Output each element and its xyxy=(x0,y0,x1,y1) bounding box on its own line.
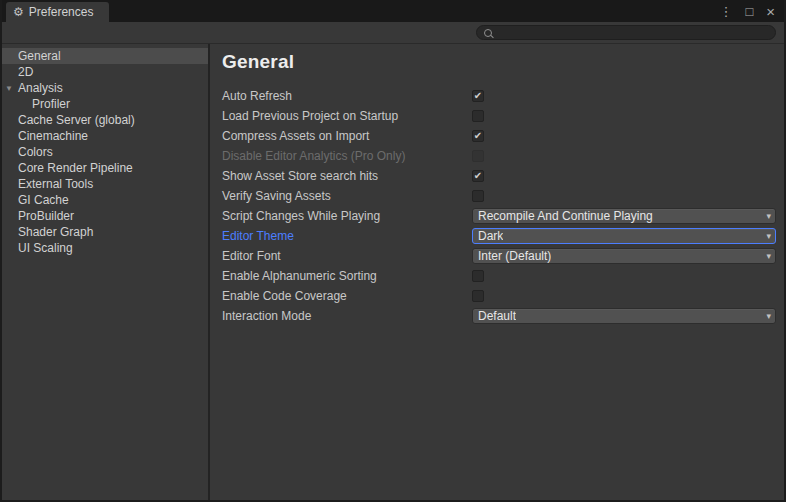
setting-row-verify-saving-assets: Verify Saving Assets xyxy=(222,186,776,206)
setting-control xyxy=(472,190,776,202)
setting-label: Verify Saving Assets xyxy=(222,189,472,203)
chevron-down-icon: ▾ xyxy=(766,232,771,241)
setting-control xyxy=(472,270,776,282)
sidebar-item-shader-graph[interactable]: Shader Graph xyxy=(2,224,208,240)
chevron-down-icon: ▾ xyxy=(766,252,771,261)
checkmark-icon: ✔ xyxy=(474,171,482,181)
sidebar-item-analysis[interactable]: ▼Analysis xyxy=(2,80,208,96)
setting-control xyxy=(472,150,776,162)
setting-label: Auto Refresh xyxy=(222,89,472,103)
setting-label: Show Asset Store search hits xyxy=(222,169,472,183)
setting-row-enable-code-coverage: Enable Code Coverage xyxy=(222,286,776,306)
dropdown-value: Default xyxy=(478,309,516,323)
checkbox-verify-saving-assets[interactable] xyxy=(472,190,484,202)
setting-label: Enable Alphanumeric Sorting xyxy=(222,269,472,283)
checkmark-icon: ✔ xyxy=(474,91,482,101)
sidebar-item-label: External Tools xyxy=(18,177,93,191)
sidebar-item-label: 2D xyxy=(18,65,33,79)
sidebar-item-label: Colors xyxy=(18,145,53,159)
sidebar-item-probuilder[interactable]: ProBuilder xyxy=(2,208,208,224)
checkbox-auto-refresh[interactable]: ✔ xyxy=(472,90,484,102)
chevron-down-icon: ▾ xyxy=(766,212,771,221)
setting-label: Enable Code Coverage xyxy=(222,289,472,303)
dropdown-interaction-mode[interactable]: Default▾ xyxy=(472,308,776,324)
sidebar-item-2d[interactable]: 2D xyxy=(2,64,208,80)
sidebar-item-label: Cache Server (global) xyxy=(18,113,135,127)
search-icon xyxy=(484,28,494,38)
setting-label: Editor Font xyxy=(222,249,472,263)
setting-label: Script Changes While Playing xyxy=(222,209,472,223)
gear-icon: ⚙ xyxy=(13,6,24,18)
sidebar-item-label: Core Render Pipeline xyxy=(18,161,133,175)
dropdown-editor-font[interactable]: Inter (Default)▾ xyxy=(472,248,776,264)
titlebar: ⚙ Preferences ⋮ □ × xyxy=(2,0,784,22)
sidebar-item-cinemachine[interactable]: Cinemachine xyxy=(2,128,208,144)
sidebar-item-ui-scaling[interactable]: UI Scaling xyxy=(2,240,208,256)
checkbox-show-asset-store-search-hits[interactable]: ✔ xyxy=(472,170,484,182)
checkbox-enable-code-coverage[interactable] xyxy=(472,290,484,302)
sidebar-item-label: Shader Graph xyxy=(18,225,93,239)
checkbox-enable-alphanumeric-sorting[interactable] xyxy=(472,270,484,282)
settings-list: Auto Refresh✔Load Previous Project on St… xyxy=(222,86,776,326)
setting-row-editor-theme: Editor ThemeDark▾ xyxy=(222,226,776,246)
dropdown-editor-theme[interactable]: Dark▾ xyxy=(472,228,776,244)
setting-control xyxy=(472,110,776,122)
sidebar-item-label: General xyxy=(18,49,61,63)
dropdown-value: Dark xyxy=(478,229,503,243)
sidebar-item-label: UI Scaling xyxy=(18,241,73,255)
setting-row-auto-refresh: Auto Refresh✔ xyxy=(222,86,776,106)
menu-icon[interactable]: ⋮ xyxy=(719,5,732,18)
setting-control xyxy=(472,290,776,302)
setting-label: Load Previous Project on Startup xyxy=(222,109,472,123)
window-title: Preferences xyxy=(29,5,94,19)
sidebar-item-cache-server-global[interactable]: Cache Server (global) xyxy=(2,112,208,128)
setting-control: Default▾ xyxy=(472,308,776,324)
setting-row-script-changes-while-playing: Script Changes While PlayingRecompile An… xyxy=(222,206,776,226)
sidebar-item-colors[interactable]: Colors xyxy=(2,144,208,160)
dropdown-script-changes-while-playing[interactable]: Recompile And Continue Playing▾ xyxy=(472,208,776,224)
setting-row-show-asset-store-search-hits: Show Asset Store search hits✔ xyxy=(222,166,776,186)
window-tab-preferences[interactable]: ⚙ Preferences xyxy=(6,2,109,22)
setting-control: Inter (Default)▾ xyxy=(472,248,776,264)
close-icon[interactable]: × xyxy=(766,4,775,19)
sidebar-item-profiler[interactable]: Profiler xyxy=(2,96,208,112)
checkbox-compress-assets-on-import[interactable]: ✔ xyxy=(472,130,484,142)
setting-row-interaction-mode: Interaction ModeDefault▾ xyxy=(222,306,776,326)
foldout-triangle-icon[interactable]: ▼ xyxy=(5,81,13,97)
setting-label: Interaction Mode xyxy=(222,309,472,323)
preferences-window: ⚙ Preferences ⋮ □ × General2D▼AnalysisPr… xyxy=(0,0,786,502)
setting-row-editor-font: Editor FontInter (Default)▾ xyxy=(222,246,776,266)
sidebar-item-label: Profiler xyxy=(32,97,70,111)
checkbox-load-previous-project-on-startup[interactable] xyxy=(472,110,484,122)
titlebar-controls: ⋮ □ × xyxy=(719,4,784,19)
sidebar-item-label: Cinemachine xyxy=(18,129,88,143)
content-area: General2D▼AnalysisProfilerCache Server (… xyxy=(2,44,784,500)
setting-label: Editor Theme xyxy=(222,229,472,243)
setting-label: Disable Editor Analytics (Pro Only) xyxy=(222,149,472,163)
sidebar-item-label: Analysis xyxy=(18,81,63,95)
toolbar xyxy=(2,22,784,44)
setting-label: Compress Assets on Import xyxy=(222,129,472,143)
sidebar-item-external-tools[interactable]: External Tools xyxy=(2,176,208,192)
search-input[interactable] xyxy=(499,27,768,39)
page-title: General xyxy=(222,51,776,73)
setting-row-enable-alphanumeric-sorting: Enable Alphanumeric Sorting xyxy=(222,266,776,286)
setting-row-load-previous-project-on-startup: Load Previous Project on Startup xyxy=(222,106,776,126)
setting-control: ✔ xyxy=(472,130,776,142)
setting-control: Dark▾ xyxy=(472,228,776,244)
checkmark-icon: ✔ xyxy=(474,131,482,141)
sidebar-item-general[interactable]: General xyxy=(2,48,208,64)
main-panel: General Auto Refresh✔Load Previous Proje… xyxy=(210,44,784,500)
setting-row-disable-editor-analytics-pro-only: Disable Editor Analytics (Pro Only) xyxy=(222,146,776,166)
sidebar-item-label: GI Cache xyxy=(18,193,69,207)
setting-row-compress-assets-on-import: Compress Assets on Import✔ xyxy=(222,126,776,146)
maximize-icon[interactable]: □ xyxy=(745,5,753,18)
setting-control: ✔ xyxy=(472,90,776,102)
setting-control: ✔ xyxy=(472,170,776,182)
sidebar-item-core-render-pipeline[interactable]: Core Render Pipeline xyxy=(2,160,208,176)
setting-control: Recompile And Continue Playing▾ xyxy=(472,208,776,224)
search-field[interactable] xyxy=(476,25,776,40)
sidebar: General2D▼AnalysisProfilerCache Server (… xyxy=(2,44,208,500)
dropdown-value: Inter (Default) xyxy=(478,249,551,263)
sidebar-item-gi-cache[interactable]: GI Cache xyxy=(2,192,208,208)
